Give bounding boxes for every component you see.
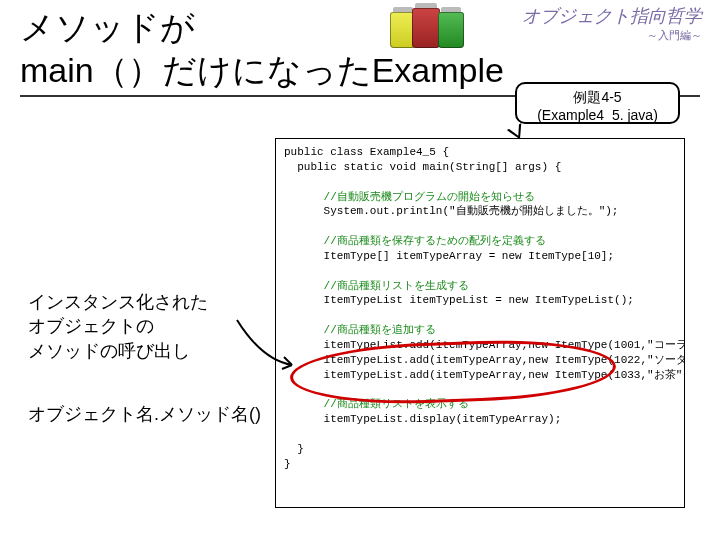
callout-line1: 例題4-5 xyxy=(517,88,678,106)
callout-line2: (Example4_5. java) xyxy=(517,106,678,124)
brand-subtitle: ～入門編～ xyxy=(522,28,702,43)
code-comment: //商品種類を追加する xyxy=(284,324,436,336)
annotation-syntax: オブジェクト名.メソッド名() xyxy=(28,402,261,426)
code-listing: public class Example4_5 { public static … xyxy=(275,138,685,508)
code-line: itemTypeList.display(itemTypeArray); xyxy=(284,413,561,425)
brand-title: オブジェクト指向哲学 xyxy=(522,4,702,28)
code-line: ItemTypeList itemTypeList = new ItemType… xyxy=(284,294,634,306)
brand-block: オブジェクト指向哲学 ～入門編～ xyxy=(522,4,702,43)
code-comment: //商品種類リストを表示する xyxy=(284,398,469,410)
code-line: System.out.println("自動販売機が開始しました。"); xyxy=(284,205,618,217)
code-line: } xyxy=(284,458,291,470)
annotation-instance-call: インスタンス化された オブジェクトの メソッドの呼び出し xyxy=(28,290,208,363)
code-line: itemTypeList.add(itemTypeArray,new ItemT… xyxy=(284,354,685,366)
code-comment: //商品種類リストを生成する xyxy=(284,280,469,292)
slide: オブジェクト指向哲学 ～入門編～ メソッドが main（）だけになったExamp… xyxy=(0,0,720,540)
code-line: itemTypeList.add(itemTypeArray,new ItemT… xyxy=(284,339,685,351)
code-comment: //商品種類を保存するための配列を定義する xyxy=(284,235,546,247)
example-callout: 例題4-5 (Example4_5. java) xyxy=(515,82,680,124)
title-line1: メソッドが xyxy=(20,8,195,46)
code-line: public class Example4_5 { xyxy=(284,146,449,158)
code-line: itemTypeList.add(itemTypeArray,new ItemT… xyxy=(284,369,685,381)
slide-title: メソッドが main（）だけになったExample xyxy=(20,6,504,91)
code-comment: //自動販売機プログラムの開始を知らせる xyxy=(284,191,535,203)
code-line: } xyxy=(284,443,304,455)
title-line2: main（）だけになったExample xyxy=(20,51,504,89)
code-line: public static void main(String[] args) { xyxy=(284,161,561,173)
code-line: ItemType[] itemTypeArray = new ItemType[… xyxy=(284,250,614,262)
